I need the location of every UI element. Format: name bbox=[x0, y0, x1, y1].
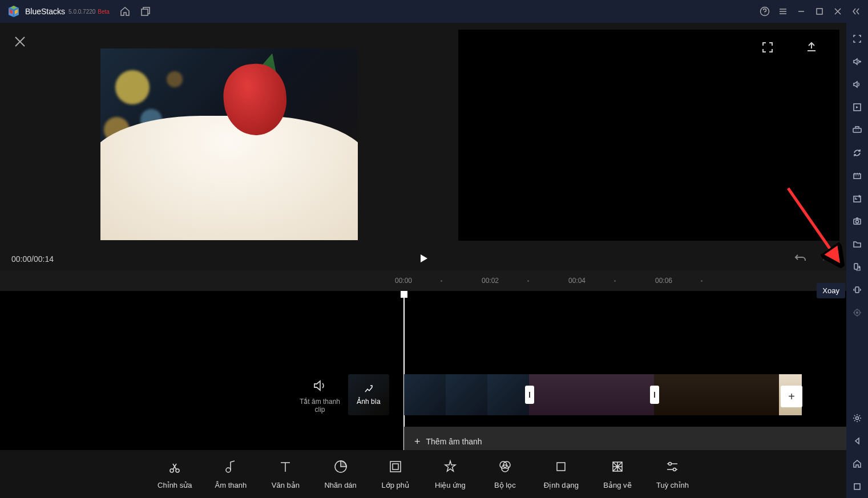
svg-rect-2 bbox=[817, 9, 822, 14]
help-icon[interactable] bbox=[760, 6, 770, 17]
sb-location-icon[interactable] bbox=[846, 301, 868, 324]
svg-rect-17 bbox=[853, 128, 861, 132]
timeline-tick: 00:04 bbox=[568, 277, 586, 285]
timeline-tick: 00:02 bbox=[482, 277, 499, 285]
timeline-ruler[interactable]: 00:00 00:02 00:04 00:06 bbox=[0, 270, 846, 291]
tool-edit[interactable]: Chỉnh sửa bbox=[158, 459, 192, 489]
sb-screenshot-icon[interactable] bbox=[846, 210, 868, 233]
tool-sticker[interactable]: Nhãn dán bbox=[324, 459, 356, 489]
playback-controls: 00:00/00:14 bbox=[0, 248, 846, 270]
plus-icon: + bbox=[414, 436, 421, 448]
svg-point-15 bbox=[673, 468, 676, 471]
sb-install-apk-icon[interactable] bbox=[846, 187, 868, 210]
rotate-tooltip: Xoay bbox=[817, 283, 845, 298]
sb-shake-icon[interactable] bbox=[846, 278, 868, 301]
clip-thumbnail[interactable] bbox=[404, 374, 446, 415]
mute-clip-button[interactable]: Tắt âm thanh clip bbox=[300, 379, 340, 414]
preview-row bbox=[0, 23, 846, 248]
svg-rect-7 bbox=[390, 461, 401, 472]
tool-audio[interactable]: Âm thanh bbox=[215, 459, 247, 489]
redo-button[interactable] bbox=[821, 252, 835, 267]
bluestacks-sidebar bbox=[846, 23, 868, 498]
svg-point-14 bbox=[669, 462, 672, 465]
sb-home-icon[interactable] bbox=[846, 452, 868, 475]
svg-rect-8 bbox=[393, 464, 398, 469]
add-audio-track[interactable]: + Thêm âm thanh bbox=[404, 427, 846, 450]
clip-thumbnail[interactable] bbox=[571, 374, 612, 415]
timeline-tick: 00:00 bbox=[395, 277, 412, 285]
fullscreen-icon[interactable] bbox=[761, 41, 774, 56]
preview-right-panel bbox=[458, 30, 839, 241]
sb-volume-up-icon[interactable] bbox=[846, 50, 868, 73]
svg-point-26 bbox=[856, 417, 859, 420]
clip-split-handle[interactable] bbox=[650, 386, 659, 404]
home-icon[interactable] bbox=[120, 6, 130, 17]
clip-thumbnail[interactable] bbox=[612, 374, 654, 415]
maximize-icon[interactable] bbox=[814, 6, 825, 17]
cover-image-button[interactable]: Ảnh bìa bbox=[348, 374, 389, 415]
sb-keyboard-icon[interactable] bbox=[846, 119, 868, 141]
sb-sync-icon[interactable] bbox=[846, 141, 868, 164]
clip-thumbnail[interactable] bbox=[654, 374, 696, 415]
svg-rect-27 bbox=[854, 484, 860, 489]
tool-filter[interactable]: Bộ lọc bbox=[489, 459, 521, 489]
minimize-icon[interactable] bbox=[796, 6, 806, 17]
timeline-tick: 00:06 bbox=[655, 277, 672, 285]
preview-left-panel bbox=[0, 23, 458, 248]
sb-rotate-icon[interactable] bbox=[846, 256, 868, 278]
tool-draw[interactable]: Bảng vẽ bbox=[601, 459, 633, 489]
bottom-toolbar: Chỉnh sửa Âm thanh Văn bản Nhãn dán Lớp … bbox=[0, 450, 846, 498]
svg-rect-0 bbox=[142, 9, 148, 15]
tabs-icon[interactable] bbox=[140, 6, 151, 17]
undo-button[interactable] bbox=[794, 252, 808, 267]
svg-point-21 bbox=[856, 220, 859, 223]
tool-text[interactable]: Văn bản bbox=[269, 459, 301, 489]
clip-thumbnail[interactable] bbox=[696, 374, 737, 415]
sb-media-folder-icon[interactable] bbox=[846, 233, 868, 256]
beta-label: Beta bbox=[98, 9, 110, 15]
play-button[interactable] bbox=[418, 253, 429, 266]
tool-format[interactable]: Định dạng bbox=[544, 459, 579, 489]
export-icon[interactable] bbox=[805, 41, 818, 56]
app-name: BlueStacks bbox=[25, 7, 65, 16]
sb-fullscreen-icon[interactable] bbox=[846, 27, 868, 50]
timeline-body[interactable]: Tắt âm thanh clip Ảnh bìa + bbox=[0, 291, 846, 450]
tool-overlay[interactable]: Lớp phủ bbox=[380, 459, 411, 489]
svg-point-5 bbox=[226, 468, 231, 472]
bluestacks-logo bbox=[7, 5, 21, 18]
tool-effect[interactable]: Hiệu ứng bbox=[434, 459, 466, 489]
title-bar: BlueStacks 5.0.0.7220 Beta bbox=[0, 0, 868, 23]
add-clip-button[interactable]: + bbox=[781, 386, 802, 407]
clip-thumbnail[interactable] bbox=[446, 374, 487, 415]
svg-rect-22 bbox=[854, 264, 858, 269]
sb-back-icon[interactable] bbox=[846, 430, 868, 452]
clip-split-handle[interactable] bbox=[525, 386, 534, 404]
clip-thumbnail[interactable] bbox=[737, 374, 779, 415]
sb-volume-icon[interactable] bbox=[846, 73, 868, 96]
svg-rect-12 bbox=[557, 463, 565, 471]
close-preview-icon[interactable] bbox=[14, 35, 26, 50]
collapse-sidebar-icon[interactable] bbox=[851, 6, 861, 17]
preview-image bbox=[100, 48, 358, 240]
tool-adjust[interactable]: Tuỳ chỉnh bbox=[656, 459, 689, 489]
close-icon[interactable] bbox=[833, 6, 843, 17]
sb-lock-controls-icon[interactable] bbox=[846, 96, 868, 119]
sb-recents-icon[interactable] bbox=[846, 475, 868, 498]
video-clip-track[interactable]: + bbox=[404, 374, 802, 415]
menu-icon[interactable] bbox=[778, 6, 788, 17]
sb-settings-icon[interactable] bbox=[846, 407, 868, 430]
version-label: 5.0.0.7220 bbox=[68, 9, 95, 15]
time-display: 00:00/00:14 bbox=[11, 254, 54, 264]
editor-content: 00:00/00:14 00:00 00:02 00:04 00:06 bbox=[0, 23, 846, 498]
svg-point-25 bbox=[857, 312, 858, 314]
clip-thumbnail[interactable] bbox=[529, 374, 571, 415]
svg-rect-23 bbox=[855, 287, 859, 293]
svg-rect-18 bbox=[854, 174, 861, 179]
sb-macro-icon[interactable] bbox=[846, 164, 868, 187]
clip-thumbnail[interactable] bbox=[487, 374, 529, 415]
